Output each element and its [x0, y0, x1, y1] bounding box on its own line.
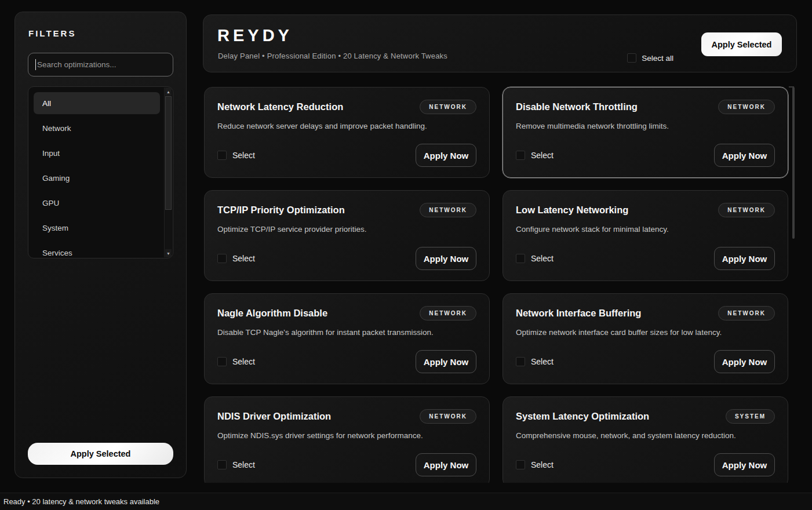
select-checkbox[interactable]: [516, 357, 525, 366]
apply-now-button[interactable]: Apply Now: [714, 144, 775, 167]
app-title: REYDY: [217, 26, 293, 45]
category-badge: SYSTEM: [726, 409, 775, 424]
select-label: Select: [232, 357, 255, 366]
apply-now-button[interactable]: Apply Now: [416, 144, 476, 167]
sidebar-apply-selected-button[interactable]: Apply Selected: [28, 443, 173, 465]
list-scrollbar[interactable]: ▲ ▼: [164, 88, 172, 257]
category-badge: NETWORK: [420, 203, 476, 217]
tweak-card: Network Interface Buffering NETWORK Opti…: [503, 293, 788, 384]
category-item-input[interactable]: Input: [34, 142, 160, 164]
category-item-gaming[interactable]: Gaming: [34, 167, 160, 189]
select-checkbox[interactable]: [217, 357, 227, 366]
app-subtitle: Delay Panel • Professional Edition • 20 …: [218, 52, 447, 60]
select-label: Select: [531, 357, 554, 366]
category-badge: NETWORK: [420, 100, 476, 114]
tweak-title: Network Interface Buffering: [516, 306, 641, 319]
tweak-title: Low Latency Networking: [516, 203, 628, 216]
status-bar: Ready • 20 latency & network tweaks avai…: [0, 493, 812, 510]
select-checkbox[interactable]: [217, 460, 227, 469]
apply-now-button[interactable]: Apply Now: [714, 247, 775, 270]
category-item-gpu[interactable]: GPU: [34, 192, 160, 214]
tweak-card: Network Latency Reduction NETWORK Reduce…: [204, 87, 490, 178]
tweak-title: System Latency Optimization: [516, 409, 649, 422]
category-badge: NETWORK: [420, 306, 476, 320]
tweak-title: TCP/IP Priority Optimization: [217, 203, 345, 216]
apply-now-button[interactable]: Apply Now: [714, 453, 775, 476]
select-all-checkbox[interactable]: [627, 53, 636, 63]
apply-now-button[interactable]: Apply Now: [416, 350, 476, 373]
status-text: Ready • 20 latency & network tweaks avai…: [3, 497, 159, 506]
tweak-title: NDIS Driver Optimization: [217, 409, 331, 422]
tweak-description: Optimize NDIS.sys driver settings for ne…: [217, 431, 476, 440]
select-all-label: Select all: [642, 54, 673, 63]
select-label: Select: [232, 460, 255, 469]
text-caret: [35, 59, 36, 70]
header-apply-selected-button[interactable]: Apply Selected: [701, 32, 782, 56]
category-badge: NETWORK: [718, 100, 775, 114]
apply-now-button[interactable]: Apply Now: [416, 453, 476, 476]
category-item-all[interactable]: All: [34, 92, 160, 114]
tweak-title: Nagle Algorithm Disable: [217, 306, 327, 319]
tweak-description: Disable TCP Nagle's algorithm for instan…: [217, 328, 476, 337]
tweak-description: Comprehensive mouse, network, and system…: [516, 431, 775, 440]
select-label: Select: [232, 254, 255, 263]
category-badge: NETWORK: [718, 203, 775, 217]
tweak-title: Disable Network Throttling: [516, 100, 638, 112]
filters-sidebar: FILTERS All Network Input Gaming GPU Sys…: [14, 12, 187, 478]
tweak-description: Configure network stack for minimal late…: [516, 225, 775, 234]
scroll-up-icon[interactable]: ▲: [165, 88, 172, 96]
select-checkbox[interactable]: [217, 151, 227, 160]
tweak-card: NDIS Driver Optimization NETWORK Optimiz…: [204, 396, 490, 483]
select-label: Select: [531, 254, 554, 263]
select-checkbox[interactable]: [217, 254, 227, 263]
tweak-card: Nagle Algorithm Disable NETWORK Disable …: [204, 293, 490, 384]
tweak-card: TCP/IP Priority Optimization NETWORK Opt…: [204, 190, 490, 281]
category-item-services[interactable]: Services: [34, 242, 160, 258]
tweak-card: System Latency Optimization SYSTEM Compr…: [503, 396, 788, 483]
filters-heading: FILTERS: [28, 28, 76, 38]
app-header: REYDY Delay Panel • Professional Edition…: [203, 14, 797, 72]
category-badge: NETWORK: [718, 306, 775, 320]
select-label: Select: [531, 151, 554, 160]
tweaks-grid: Network Latency Reduction NETWORK Reduce…: [203, 75, 798, 483]
tweak-description: Reduce network server delays and improve…: [217, 122, 476, 130]
select-checkbox[interactable]: [516, 460, 525, 469]
select-label: Select: [531, 460, 554, 469]
tweak-description: Optimize TCP/IP service provider priorit…: [217, 225, 476, 234]
select-checkbox[interactable]: [516, 254, 525, 263]
list-scrollbar-thumb[interactable]: [165, 96, 172, 210]
tweak-description: Optimize network interface card buffer s…: [516, 328, 775, 337]
apply-now-button[interactable]: Apply Now: [714, 350, 775, 373]
category-item-network[interactable]: Network: [34, 117, 160, 139]
main-scrollbar-thumb[interactable]: [792, 87, 795, 239]
category-item-system[interactable]: System: [34, 217, 160, 239]
tweak-description: Remove multimedia network throttling lim…: [516, 122, 775, 130]
tweak-title: Network Latency Reduction: [217, 100, 343, 112]
category-badge: NETWORK: [420, 409, 476, 424]
select-checkbox[interactable]: [516, 151, 525, 160]
apply-now-button[interactable]: Apply Now: [416, 247, 476, 270]
category-listbox: All Network Input Gaming GPU System Serv…: [28, 86, 173, 258]
select-all-container: Select all: [627, 53, 673, 63]
tweak-card: Disable Network Throttling NETWORK Remov…: [503, 87, 788, 178]
search-container: [28, 53, 173, 76]
tweak-card: Low Latency Networking NETWORK Configure…: [503, 190, 788, 281]
search-input[interactable]: [28, 53, 173, 76]
select-label: Select: [232, 151, 255, 160]
scroll-down-icon[interactable]: ▼: [165, 249, 172, 257]
